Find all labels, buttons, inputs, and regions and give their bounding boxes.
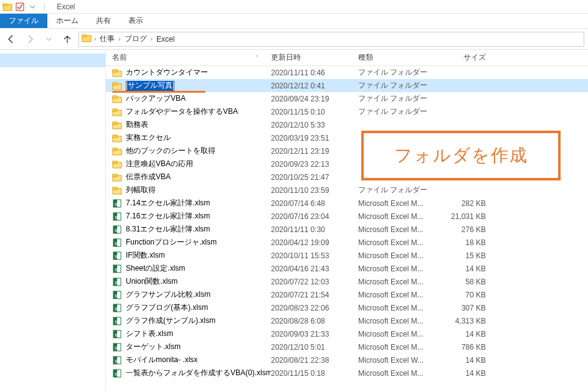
list-item[interactable]: xシフト表.xlsm2020/09/03 21:33Microsoft Exce… — [106, 327, 588, 340]
cell-name[interactable]: x7.14エクセル家計簿.xlsm — [112, 198, 271, 208]
titlebar: | Excel — [0, 0, 588, 14]
header-type[interactable]: 種類 — [358, 52, 442, 63]
header-size[interactable]: サイズ — [442, 52, 492, 63]
cell-name[interactable]: xモバイルmonita- .xlsx — [112, 355, 271, 365]
cell-name[interactable]: 実務エクセル — [112, 133, 271, 143]
cell-type: Microsoft Excel M... — [358, 264, 442, 273]
list-item[interactable]: xIF関数.xlsm2020/10/11 15:53Microsoft Exce… — [106, 249, 588, 262]
folder-icon — [2, 2, 12, 12]
tab-share[interactable]: 共有 — [87, 14, 120, 28]
list-item[interactable]: サンプル写真2020/12/12 0:41ファイル フォルダー — [106, 79, 588, 92]
svg-rect-6 — [113, 70, 117, 72]
cell-name[interactable]: 注意喚起VBAの応用 — [112, 159, 271, 169]
cell-date: 2020/09/03 21:33 — [271, 330, 358, 338]
cell-name[interactable]: x一覧表からフォルダを作成するVBA(0).xlsm — [112, 368, 271, 378]
cell-name[interactable]: xSheetの設定.xlsm — [112, 263, 271, 274]
breadcrumb-seg-3[interactable]: Excel — [155, 35, 176, 44]
chevron-right-icon[interactable]: › — [151, 35, 153, 42]
chevron-right-icon[interactable]: › — [94, 35, 96, 42]
breadcrumb-seg-2[interactable]: ブログ — [123, 34, 148, 44]
cell-name[interactable]: xグラフ作成(サンプル).xlsm — [112, 315, 271, 326]
cell-date: 2020/04/12 19:09 — [271, 238, 358, 247]
file-name-label: 他のブックのシートを取得 — [126, 146, 216, 156]
cell-name[interactable]: 勤務表 — [112, 119, 271, 130]
svg-rect-10 — [113, 96, 117, 98]
cell-name[interactable]: xUnion関数.xlsm — [112, 276, 271, 287]
cell-type: Microsoft Excel M... — [358, 238, 442, 247]
cell-name[interactable]: xシフト表.xlsm — [112, 329, 271, 339]
header-date[interactable]: 更新日時 — [271, 52, 358, 63]
list-item[interactable]: xグラフブログ(基本).xlsm2020/08/23 22:06Microsof… — [106, 301, 588, 314]
list-item[interactable]: xグラフ作成(サンプル).xlsm2020/08/28 6:08Microsof… — [106, 314, 588, 327]
file-name-label: 7.16エクセル家計簿.xlsm — [126, 211, 210, 222]
tab-view[interactable]: 表示 — [120, 14, 152, 28]
list-item[interactable]: 列幅取得2020/11/10 23:59ファイル フォルダー — [106, 184, 588, 197]
list-item[interactable]: x一覧表からフォルダを作成するVBA(0).xlsm2020/11/15 0:1… — [106, 366, 588, 380]
list-item[interactable]: カウントダウンタイマー2020/11/11 0:46ファイル フォルダー — [106, 66, 588, 79]
list-item[interactable]: 勤務表2020/12/10 5:33 — [106, 118, 588, 131]
cell-name[interactable]: フォルダやデータを操作するVBA — [112, 106, 271, 117]
separator: | — [44, 2, 45, 11]
list-item[interactable]: xターゲット.xlsm2020/12/10 5:01Microsoft Exce… — [106, 340, 588, 353]
cell-name[interactable]: xFunctionプロシージャ.xlsm — [112, 237, 271, 248]
nav-recent-dropdown[interactable] — [41, 32, 56, 47]
nav-forward[interactable] — [22, 32, 37, 47]
cell-name[interactable]: xグラフサンプル比較.xlsm — [112, 289, 271, 300]
nav-up[interactable] — [60, 32, 75, 47]
cell-name[interactable]: カウントダウンタイマー — [112, 67, 271, 78]
cell-name[interactable]: バックアップVBA — [112, 93, 271, 104]
cell-name[interactable]: 列幅取得 — [112, 185, 271, 195]
cell-name[interactable]: 他のブックのシートを取得 — [112, 146, 271, 156]
cell-date: 2020/12/11 23:19 — [271, 147, 358, 156]
ribbon-tabs: ファイル ホーム 共有 表示 — [0, 14, 588, 29]
cell-date: 2020/07/14 6:48 — [271, 199, 358, 208]
list-item[interactable]: xSheetの設定.xlsm2020/04/16 21:43Microsoft … — [106, 262, 588, 275]
list-item[interactable]: フォルダやデータを操作するVBA2020/11/15 0:10ファイル フォルダ… — [106, 105, 588, 118]
list-item[interactable]: x8.31エクセル家計簿.xlsm2020/11/11 0:30Microsof… — [106, 223, 588, 236]
svg-text:x: x — [115, 371, 118, 377]
file-list: 名前 ˄ 更新日時 種類 サイズ カウントダウンタイマー2020/11/11 0… — [106, 50, 588, 392]
breadcrumb-seg-1[interactable]: 仕事 — [98, 34, 116, 44]
cell-date: 2020/09/23 22:13 — [271, 160, 358, 169]
cell-type: Microsoft Excel M... — [358, 278, 442, 286]
annotation-callout: フォルダを作成 — [361, 131, 561, 180]
nav-tree[interactable] — [0, 50, 106, 392]
cell-size: 786 KB — [442, 343, 492, 352]
file-name-label: 勤務表 — [126, 119, 148, 130]
svg-text:x: x — [115, 306, 118, 312]
list-item[interactable]: xモバイルmonita- .xlsx2020/08/21 22:38Micros… — [106, 353, 588, 366]
tab-file[interactable]: ファイル — [0, 14, 47, 28]
cell-name[interactable]: x7.16エクセル家計簿.xlsm — [112, 211, 271, 222]
list-item[interactable]: xFunctionプロシージャ.xlsm2020/04/12 19:09Micr… — [106, 236, 588, 249]
cell-date: 2020/12/10 5:33 — [271, 121, 358, 129]
breadcrumb[interactable]: › 仕事 › ブログ › Excel — [78, 32, 584, 47]
list-item[interactable]: xUnion関数.xlsm2020/07/22 12:03Microsoft E… — [106, 275, 588, 288]
chevron-right-icon[interactable]: › — [118, 35, 120, 42]
header-name[interactable]: 名前 ˄ — [112, 52, 271, 63]
file-name-label: ターゲット.xlsm — [126, 342, 181, 352]
qat-dropdown-icon[interactable] — [27, 2, 37, 12]
svg-rect-24 — [113, 187, 117, 190]
cell-name[interactable]: サンプル写真 — [112, 81, 271, 91]
cell-type: ファイル フォルダー — [358, 106, 442, 117]
file-name-label: 7.14エクセル家計簿.xlsm — [126, 198, 210, 208]
rename-input[interactable]: サンプル写真 — [126, 81, 174, 91]
qat-save-icon[interactable] — [15, 2, 25, 12]
cell-type: Microsoft Excel M... — [358, 225, 442, 234]
list-item[interactable]: バックアップVBA2020/09/24 23:19ファイル フォルダー — [106, 92, 588, 105]
file-name-label: 注意喚起VBAの応用 — [126, 159, 193, 169]
cell-date: 2020/12/10 5:01 — [271, 343, 358, 352]
list-item[interactable]: x7.14エクセル家計簿.xlsm2020/07/14 6:48Microsof… — [106, 197, 588, 210]
nav-back[interactable] — [4, 32, 19, 47]
cell-name[interactable]: xターゲット.xlsm — [112, 342, 271, 352]
tab-home[interactable]: ホーム — [47, 14, 87, 28]
cell-name[interactable]: 伝票作成VBA — [112, 172, 271, 182]
cell-name[interactable]: x8.31エクセル家計簿.xlsm — [112, 224, 271, 235]
list-item[interactable]: xグラフサンプル比較.xlsm2020/07/21 21:54Microsoft… — [106, 288, 588, 301]
list-item[interactable]: x7.16エクセル家計簿.xlsm2020/07/16 23:04Microso… — [106, 210, 588, 223]
cell-name[interactable]: xグラフブログ(基本).xlsm — [112, 302, 271, 313]
tree-item-selected[interactable] — [0, 54, 105, 67]
svg-text:x: x — [115, 201, 118, 207]
cell-type: Microsoft Excel M... — [358, 330, 442, 338]
cell-name[interactable]: xIF関数.xlsm — [112, 250, 271, 261]
